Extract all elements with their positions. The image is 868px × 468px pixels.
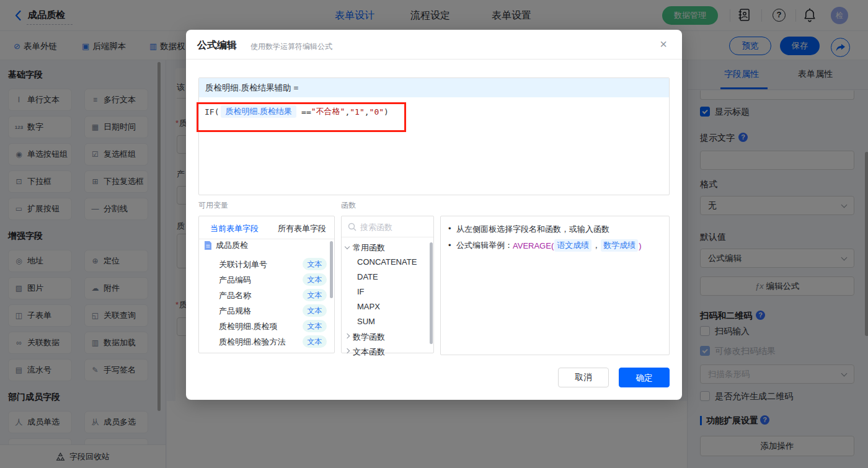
field-type-chip: 文本	[303, 335, 327, 348]
variable-field[interactable]: 产品规格	[219, 306, 251, 317]
functions-box: 搜索函数 常用函数 CONCATENATE DATE IF MAPX SUM 数…	[341, 216, 434, 353]
variables-tabs-divider	[199, 239, 334, 239]
variable-field[interactable]: 产品编码	[219, 275, 251, 286]
field-type-chip: 文本	[303, 273, 327, 286]
modal-title: 公式编辑	[197, 39, 237, 52]
function-item[interactable]: SUM	[357, 317, 375, 326]
chevron-right-icon	[345, 348, 350, 353]
formula-target-bar: 质检明细.质检结果辅助 =	[199, 78, 669, 97]
functions-label: 函数	[341, 200, 356, 211]
formula-editor: 质检明细.质检结果辅助 = IF( 质检明细.质检结果 =="不合格","1",…	[198, 77, 670, 195]
tab-current-form-fields[interactable]: 当前表单字段	[210, 223, 259, 234]
app: 成品质检 表单设计 流程设定 表单设置 数据管理 ? 检 ⊘表单外链 ▣后端脚本…	[0, 0, 868, 468]
variable-field[interactable]: 产品名称	[219, 290, 251, 301]
function-item[interactable]: CONCATENATE	[357, 257, 417, 267]
form-doc-icon	[204, 241, 212, 250]
help-tip-1: 从左侧面板选择字段名和函数，或输入函数	[456, 224, 609, 235]
function-group-text[interactable]: 文本函数	[353, 347, 385, 358]
formula-edit-modal: 公式编辑 使用数学运算符编辑公式 × 质检明细.质检结果辅助 = IF( 质检明…	[186, 30, 682, 400]
chevron-down-icon	[345, 244, 350, 249]
field-type-chip: 文本	[303, 289, 327, 301]
bullet-dot: •	[448, 224, 451, 233]
tab-all-form-fields[interactable]: 所有表单字段	[278, 223, 326, 234]
variable-field[interactable]: 质检明细.质检项	[219, 321, 278, 332]
bullet-dot: •	[448, 241, 451, 250]
function-search-input[interactable]: 搜索函数	[342, 216, 433, 237]
field-type-chip: 文本	[303, 258, 327, 270]
annotation-red-box	[197, 102, 406, 132]
chevron-right-icon	[345, 333, 350, 338]
function-item[interactable]: IF	[357, 287, 365, 296]
function-item[interactable]: MAPX	[357, 302, 380, 311]
search-placeholder: 搜索函数	[360, 222, 392, 233]
variables-box: 当前表单字段 所有表单字段 成品质检 关联计划单号 文本 产品编码 文本 产品名…	[198, 216, 335, 353]
function-item[interactable]: DATE	[357, 272, 378, 281]
formula-help-box: • 从左侧面板选择字段名和函数，或输入函数 • 公式编辑举例：AVERAGE(语…	[440, 216, 670, 355]
cancel-button[interactable]: 取消	[558, 368, 609, 387]
modal-header-divider	[186, 59, 682, 60]
help-tip-2: 公式编辑举例：AVERAGE(语文成绩，数学成绩)	[456, 239, 642, 252]
field-type-chip: 文本	[303, 320, 327, 332]
functions-scrollbar[interactable]	[430, 242, 433, 344]
field-type-chip: 文本	[303, 304, 327, 317]
search-icon	[348, 223, 356, 231]
tree-root-form[interactable]: 成品质检	[204, 240, 248, 251]
variable-field[interactable]: 关联计划单号	[219, 259, 267, 270]
variables-scrollbar[interactable]	[330, 241, 333, 298]
function-group-common[interactable]: 常用函数	[353, 242, 385, 254]
close-icon[interactable]: ×	[660, 37, 667, 51]
confirm-button[interactable]: 确定	[619, 368, 670, 387]
variable-field[interactable]: 质检明细.检验方法	[219, 337, 286, 348]
variables-label: 可用变量	[198, 200, 228, 211]
function-group-math[interactable]: 数学函数	[353, 332, 385, 343]
modal-subtitle: 使用数学运算符编辑公式	[250, 42, 332, 52]
